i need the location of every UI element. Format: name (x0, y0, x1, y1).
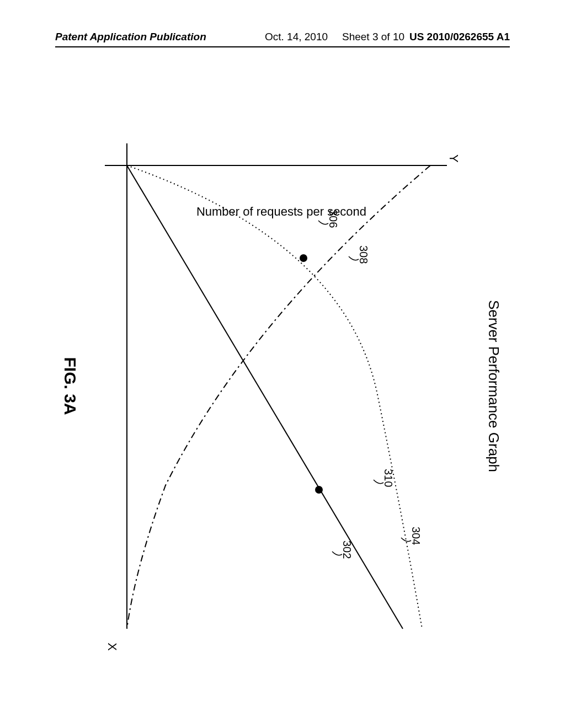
point-308 (300, 254, 307, 262)
publication-number: US 2010/0262655 A1 (409, 31, 510, 43)
curve-304 (127, 165, 422, 629)
figure-rotated: Server Performance Graph Number of reque… (50, 99, 513, 673)
sheet-indicator: Sheet 3 of 10 (342, 31, 404, 43)
point-310 (315, 486, 323, 494)
publication-date: Oct. 14, 2010 (265, 31, 328, 43)
leader-306 (318, 221, 328, 224)
leader-310 (374, 480, 383, 484)
publication-type: Patent Application Publication (55, 31, 206, 43)
curve-302 (127, 165, 403, 629)
figure-stage: Server Performance Graph Number of reque… (50, 99, 513, 673)
chart-svg (50, 99, 513, 673)
leader-302 (332, 552, 342, 555)
header-rule (55, 46, 510, 47)
page-header: Patent Application Publication Oct. 14, … (0, 31, 565, 47)
leader-308 (349, 256, 359, 260)
curve-306 (127, 165, 430, 629)
